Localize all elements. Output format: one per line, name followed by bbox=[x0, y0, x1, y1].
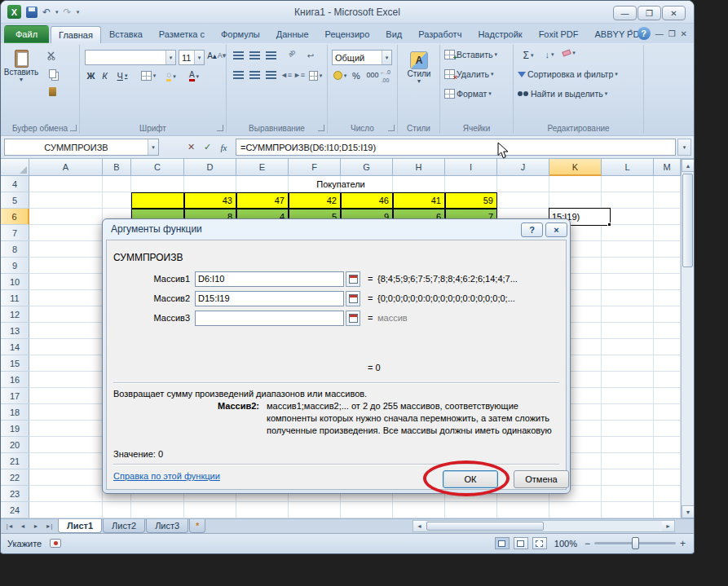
zoom-in-icon[interactable]: + bbox=[680, 538, 686, 549]
zoom-slider[interactable] bbox=[594, 542, 676, 544]
scroll-left-icon[interactable]: ◄ bbox=[413, 521, 426, 531]
arg2-input[interactable]: D15:I19 bbox=[195, 291, 344, 306]
horizontal-scrollbar[interactable]: ◄ ► bbox=[413, 520, 675, 532]
dialog-close-icon[interactable]: × bbox=[545, 223, 567, 237]
title-bar[interactable]: X ↶ ▾ ↷ ▾ Книга1 - Microsoft Excel — ❐ ✕ bbox=[1, 1, 694, 24]
dialog-help-icon[interactable]: ? bbox=[521, 223, 543, 237]
sheet-tab-Лист1[interactable]: Лист1 bbox=[58, 519, 102, 533]
font-dialog-launcher-icon[interactable] bbox=[217, 125, 223, 131]
format-cells-button[interactable]: Формат▾ bbox=[444, 89, 510, 99]
row-header-24[interactable]: 24 bbox=[1, 502, 29, 518]
fill-button[interactable]: ↓▾ bbox=[541, 50, 558, 59]
arg3-input[interactable] bbox=[195, 311, 344, 326]
orientation-button[interactable]: ab bbox=[283, 46, 300, 62]
vertical-scrollbar[interactable]: ▲ ▼ bbox=[681, 159, 694, 518]
row-header-7[interactable]: 7 bbox=[1, 225, 29, 241]
ribbon-tab-Разметка с[interactable]: Разметка с bbox=[151, 25, 213, 43]
percent-style-button[interactable]: % bbox=[351, 71, 362, 81]
function-help-link[interactable]: Справка по этой функции bbox=[113, 471, 220, 481]
enter-entry-button[interactable]: ✓ bbox=[200, 139, 215, 156]
increase-indent-button[interactable]: ►≡ bbox=[293, 71, 305, 79]
copy-button[interactable] bbox=[43, 69, 61, 78]
maximize-button[interactable]: ❐ bbox=[638, 6, 661, 20]
cancel-button[interactable]: Отмена bbox=[514, 470, 569, 488]
row-header-12[interactable]: 12 bbox=[1, 306, 29, 323]
decrease-decimal-button[interactable]: .00 bbox=[382, 77, 389, 83]
first-sheet-icon[interactable]: |◄ bbox=[4, 521, 15, 532]
column-header-D[interactable]: D bbox=[184, 159, 236, 176]
column-header-C[interactable]: C bbox=[131, 159, 184, 176]
align-top-button[interactable] bbox=[231, 51, 245, 59]
row-header-11[interactable]: 11 bbox=[1, 290, 29, 306]
workbook-restore-icon[interactable]: ❐ bbox=[668, 29, 676, 38]
sheet-tab-Лист3[interactable]: Лист3 bbox=[146, 519, 188, 533]
autosum-button[interactable]: Σ▾ bbox=[518, 50, 539, 61]
row-header-17[interactable]: 17 bbox=[1, 388, 29, 404]
row-header-10[interactable]: 10 bbox=[1, 274, 29, 290]
insert-sheet-button[interactable]: * bbox=[189, 519, 205, 533]
ribbon-tab-Вставка[interactable]: Вставка bbox=[101, 25, 151, 43]
row-header-8[interactable]: 8 bbox=[1, 241, 29, 258]
sort-filter-button[interactable]: Сортировка и фильтр▾ bbox=[518, 69, 640, 79]
cut-button[interactable] bbox=[43, 51, 61, 60]
row-header-16[interactable]: 16 bbox=[1, 372, 29, 388]
row-header-15[interactable]: 15 bbox=[1, 355, 29, 372]
cell-H5[interactable]: 41 bbox=[393, 192, 445, 209]
row-header-9[interactable]: 9 bbox=[1, 258, 29, 274]
ribbon-tab-Главная[interactable]: Главная bbox=[51, 26, 101, 43]
clipboard-dialog-launcher-icon[interactable] bbox=[70, 125, 77, 131]
row-header-13[interactable]: 13 bbox=[1, 323, 29, 339]
help-icon[interactable]: ? bbox=[638, 27, 651, 40]
page-break-view-button[interactable] bbox=[532, 537, 547, 549]
column-header-E[interactable]: E bbox=[236, 159, 289, 176]
insert-function-button[interactable]: fx bbox=[216, 139, 232, 156]
styles-button[interactable]: А Стили ▼ bbox=[404, 51, 434, 85]
paste-button[interactable]: Вставить ▼ bbox=[6, 50, 37, 83]
align-bottom-button[interactable] bbox=[263, 51, 278, 59]
arg3-range-picker-button[interactable] bbox=[346, 311, 360, 326]
normal-view-button[interactable] bbox=[495, 537, 510, 549]
cell-E5[interactable]: 47 bbox=[236, 192, 289, 209]
scroll-right-icon[interactable]: ► bbox=[662, 521, 674, 531]
align-left-button[interactable] bbox=[231, 71, 245, 79]
column-header-B[interactable]: B bbox=[103, 159, 131, 176]
workbook-minimize-icon[interactable]: — bbox=[655, 29, 664, 38]
ribbon-tab-Данные[interactable]: Данные bbox=[268, 25, 317, 43]
zoom-slider-handle[interactable] bbox=[632, 537, 639, 549]
clear-button[interactable]: ▾ bbox=[560, 50, 578, 56]
zoom-out-icon[interactable]: − bbox=[585, 538, 590, 549]
font-name-combo[interactable]: ▾ bbox=[85, 50, 176, 65]
row-header-21[interactable]: 21 bbox=[1, 453, 29, 469]
ribbon-tab-Foxit PDF[interactable]: Foxit PDF bbox=[531, 25, 587, 43]
column-header-F[interactable]: F bbox=[289, 159, 341, 176]
ribbon-tab-Рецензиро[interactable]: Рецензиро bbox=[317, 25, 378, 43]
collapse-ribbon-icon[interactable]: ˆ bbox=[629, 29, 632, 38]
find-select-button[interactable]: Найти и выделить▾ bbox=[518, 89, 640, 99]
page-layout-view-button[interactable] bbox=[514, 537, 528, 549]
insert-cells-button[interactable]: + Вставить▾ bbox=[444, 50, 510, 59]
workbook-close-icon[interactable]: ✕ bbox=[681, 29, 687, 38]
ribbon-tab-Формулы[interactable]: Формулы bbox=[213, 25, 268, 43]
increase-decimal-button[interactable]: ←.0 bbox=[382, 69, 389, 75]
font-size-combo[interactable]: 11 ▾ bbox=[179, 50, 205, 65]
cell-F5[interactable]: 42 bbox=[289, 192, 341, 209]
align-right-button[interactable] bbox=[263, 71, 278, 79]
close-button[interactable]: ✕ bbox=[662, 6, 686, 20]
macro-record-icon[interactable] bbox=[50, 539, 61, 548]
prev-sheet-icon[interactable]: ◄ bbox=[17, 521, 29, 532]
underline-button[interactable]: Ч▾ bbox=[113, 71, 132, 81]
scroll-down-icon[interactable]: ▼ bbox=[682, 505, 695, 518]
bold-button[interactable]: Ж bbox=[85, 71, 97, 81]
number-dialog-launcher-icon[interactable] bbox=[388, 125, 395, 131]
arg1-range-picker-button[interactable] bbox=[346, 271, 360, 287]
column-header-M[interactable]: M bbox=[654, 159, 681, 176]
row-header-4[interactable]: 4 bbox=[1, 176, 29, 192]
decrease-indent-button[interactable]: ◄≡ bbox=[280, 71, 292, 79]
grow-font-button[interactable]: А▴ bbox=[207, 51, 217, 60]
cancel-entry-button[interactable]: ✕ bbox=[183, 139, 199, 156]
cell-I5[interactable]: 59 bbox=[445, 192, 497, 209]
alignment-dialog-launcher-icon[interactable] bbox=[318, 125, 324, 131]
column-header-I[interactable]: I bbox=[445, 159, 497, 176]
name-box[interactable]: СУММПРОИЗВ ▾ bbox=[4, 139, 159, 156]
scroll-up-icon[interactable]: ▲ bbox=[682, 159, 695, 172]
